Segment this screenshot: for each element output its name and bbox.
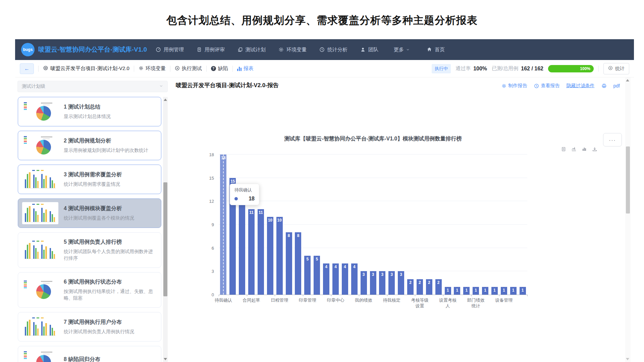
pdf-action[interactable]: pdf [613, 83, 620, 88]
bar-chart-icon[interactable] [582, 146, 587, 153]
chart-bar[interactable]: 2 [426, 279, 432, 295]
person-icon [360, 47, 366, 52]
chart-bar[interactable]: 4 [323, 263, 329, 295]
main-scrollbar-thumb[interactable] [626, 146, 630, 214]
tooltip-title: 待我确认 [234, 187, 255, 193]
nav-item-test-plan[interactable]: 测试计划 [237, 47, 266, 53]
card-desc: 统计测试用例需求覆盖情况 [64, 181, 122, 187]
report-card-5[interactable]: 5 测试用例负责人排行榜统计测试团队每个人负责的测试用例数并进行排序 [18, 232, 161, 268]
nav-home-label: 首页 [435, 47, 445, 53]
report-card-3[interactable]: 3 测试用例需求覆盖分析统计测试用例需求覆盖情况 [18, 165, 161, 194]
plan-level-select[interactable]: 测试计划级 [17, 81, 168, 92]
print-action[interactable] [601, 83, 607, 88]
report-card-4[interactable]: 4 测试用例模块覆盖分析统计测试用例覆盖各个模块的情况 [18, 198, 161, 228]
main-scrollbar[interactable] [625, 77, 631, 362]
chart-bar[interactable]: 5 [314, 256, 320, 295]
report-sidebar: 测试计划级 1 测试计划总结显示测试计划总体情况2 测试用例规划分析显示用例被规… [15, 77, 168, 362]
scroll-down-icon[interactable] [626, 358, 629, 360]
toolbar-env-vars[interactable]: 环境变量 [139, 65, 166, 72]
nav-item-more[interactable]: 更多 [394, 47, 410, 53]
chart-bar[interactable]: 3 [398, 271, 404, 295]
download-icon[interactable] [592, 146, 597, 153]
chart-bar[interactable]: 3 [379, 271, 385, 295]
chart-bar[interactable]: 2 [435, 279, 442, 295]
chart-bar[interactable]: 1 [501, 287, 507, 295]
chart-bar[interactable]: 1 [491, 287, 498, 295]
report-card-7[interactable]: 7 测试用例执行用户分布统计测试用例负责人用例执行情况 [18, 312, 161, 342]
chart-bar[interactable]: 1 [463, 287, 470, 295]
sidebar-scrollbar-thumb[interactable] [163, 182, 167, 296]
make-report-action[interactable]: 制作报告 [501, 83, 527, 89]
report-card-8[interactable]: 8 缺陷回归分布 [18, 346, 161, 362]
nav-item-case-review[interactable]: 用例评审 [197, 47, 225, 53]
chart-bar[interactable]: 11 [248, 209, 255, 295]
line-chart-icon[interactable] [571, 146, 577, 153]
chart-bar[interactable]: 1 [482, 287, 488, 295]
plan-level-placeholder: 测试计划级 [22, 83, 45, 89]
toolbar-defects[interactable]: ? 缺陷 [211, 65, 228, 72]
chart-title: 测试库【唛盟云-智慧协同办公平台-测试库-V1.0】模块测试用例数量排行榜 [219, 135, 527, 142]
report-card-2[interactable]: 2 测试用例规划分析显示用例被规划到测试计划中的次数统计 [18, 131, 161, 160]
x-axis-tick [387, 295, 387, 296]
target-icon [43, 65, 48, 72]
question-circle-icon: ? [211, 66, 216, 71]
chart-bar[interactable]: 4 [332, 263, 339, 295]
chart-bar[interactable]: 1 [510, 287, 517, 295]
plan-breadcrumb[interactable]: 唛盟云开发平台项目-测试计划-V2.0 [43, 65, 129, 72]
hide-filters-action[interactable]: 隐藏过滤条件 [567, 83, 595, 89]
bar-value-label: 15 [229, 179, 236, 184]
toolbar-run-tests[interactable]: 执行测试 [175, 65, 202, 72]
card-thumbnail [22, 168, 58, 190]
scroll-up-icon[interactable] [626, 79, 629, 81]
view-report-action[interactable]: 查看报告 [534, 83, 560, 89]
scroll-up-icon[interactable] [164, 99, 167, 101]
pass-rate-metric: 通过率 100% [455, 65, 487, 72]
home-icon [427, 47, 432, 53]
chart-bar[interactable]: 4 [342, 263, 348, 295]
sidebar-scrollbar[interactable] [163, 97, 168, 362]
thumb-legend [32, 170, 44, 171]
chart-bar[interactable]: 3 [388, 271, 395, 295]
nav-item-stats-analysis[interactable]: 统计分析 [319, 47, 347, 53]
chart-bar[interactable]: 11 [258, 209, 264, 295]
card-desc: 显示用例被规划到测试计划中的次数统计 [64, 147, 148, 154]
chart-bar[interactable]: 5 [304, 256, 311, 295]
chart-bar[interactable]: 8 [295, 232, 301, 295]
chart-bar[interactable]: 1 [473, 287, 479, 295]
chart-bar[interactable]: 2 [417, 279, 423, 295]
stats-button[interactable]: 统计 [603, 63, 629, 74]
chart-bar[interactable]: 10 [267, 217, 273, 295]
chart-bar[interactable]: 1 [445, 287, 451, 295]
x-axis-tick [499, 295, 499, 296]
card-title: 1 测试计划总结 [64, 104, 111, 111]
thumb-legend [24, 351, 27, 359]
more-options-button[interactable]: ··· [603, 133, 622, 146]
chart-bar[interactable]: 3 [361, 271, 367, 295]
report-card-1[interactable]: 1 测试计划总结显示测试计划总体情况 [18, 97, 161, 126]
app-logo[interactable]: bugs [21, 43, 35, 56]
chart-bar[interactable]: 10 [276, 217, 283, 295]
chart-bar[interactable]: 1 [520, 287, 526, 295]
chart-bar[interactable]: 8 [286, 232, 292, 295]
chart-tooltip: 待我确认 18 [230, 184, 259, 205]
nav-item-label: 统计分析 [327, 47, 347, 53]
scroll-down-icon[interactable] [164, 358, 167, 360]
divider [206, 66, 207, 72]
toolbar-reports[interactable]: 报表 [237, 65, 254, 72]
back-button[interactable]: ← [20, 63, 34, 74]
chart-bar[interactable]: 1 [454, 287, 460, 295]
toolbar-defect-label: 缺陷 [218, 65, 228, 72]
nav-item-case-management[interactable]: 用例管理 [156, 47, 184, 53]
chart-bar[interactable]: 13 [239, 193, 245, 295]
nav-item-team[interactable]: 团队 [360, 47, 378, 53]
data-view-icon[interactable] [561, 146, 566, 153]
nav-item-home[interactable]: 首页 [427, 47, 445, 53]
chart-bar[interactable]: 4 [351, 263, 358, 295]
chart-bar[interactable]: 2 [407, 279, 414, 295]
nav-item-env-vars[interactable]: 环境变量 [278, 47, 307, 53]
x-axis-tick [527, 295, 528, 296]
x-axis-tick [247, 295, 247, 296]
report-card-6[interactable]: 6 测试用例执行状态分布按测试用例执行结果统计，通过、失败、忽略、阻塞 [18, 272, 161, 308]
nav-item-label: 环境变量 [286, 47, 307, 53]
chart-bar[interactable]: 3 [370, 271, 376, 295]
